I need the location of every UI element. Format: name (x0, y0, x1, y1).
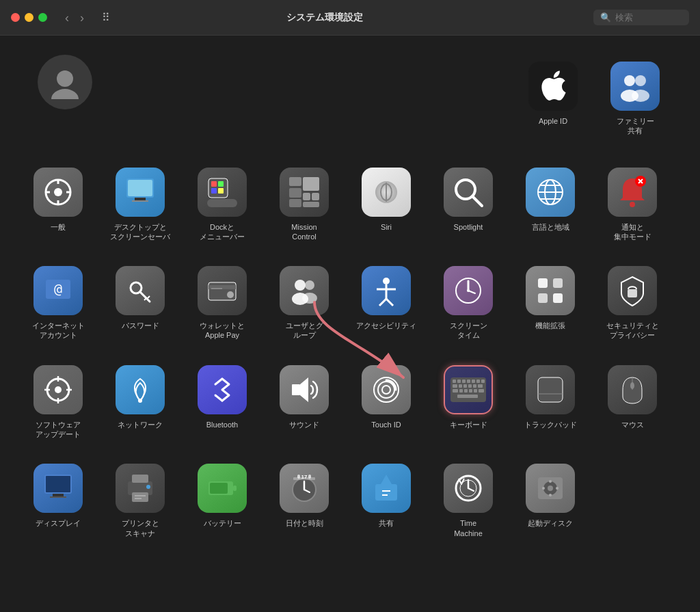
siri-label: Siri (381, 222, 392, 232)
svg-point-2 (51, 89, 79, 99)
svg-rect-85 (453, 380, 456, 383)
icon-item-wallet[interactable]: ウォレットとApple Pay (185, 261, 260, 346)
svg-text:@: @ (54, 280, 62, 297)
printer-icon-box (116, 464, 165, 513)
main-content: Apple ID ファミリー共有 一般デスクトップとスクリーンセーバDockとメ… (0, 36, 700, 557)
svg-point-57 (305, 280, 314, 290)
extensions-label: 機能拡張 (535, 321, 565, 330)
wallet-icon-box (198, 266, 247, 315)
svg-rect-121 (210, 483, 228, 494)
password-icon-box (116, 266, 165, 315)
svg-line-35 (472, 196, 482, 206)
mission-icon-box (280, 168, 329, 217)
fullscreen-button[interactable] (38, 13, 47, 22)
icon-item-software[interactable]: ソフトウェアアップデート (21, 360, 96, 445)
security-label: セキュリティとプライバシー (606, 321, 659, 341)
datetime-label: 日付と時刻 (286, 518, 323, 528)
icon-item-datetime[interactable]: 17日付と時刻 (267, 458, 342, 533)
svg-rect-97 (478, 384, 483, 388)
svg-point-79 (138, 399, 142, 403)
svg-point-140 (549, 494, 552, 496)
icon-item-password[interactable]: パスワード (103, 261, 178, 336)
icon-item-desktop[interactable]: デスクトップとスクリーンセーバ (103, 162, 178, 248)
icon-item-printer[interactable]: プリンタとスキャナ (103, 458, 178, 544)
desktop-icon-box (116, 168, 165, 217)
screentime-icon-box (444, 266, 493, 315)
icon-item-siri[interactable]: Siri (349, 162, 424, 237)
printer-label: プリンタとスキャナ (122, 518, 159, 538)
keyboard-label: キーボード (450, 420, 487, 429)
icon-item-accessibility[interactable]: アクセシビリティ (349, 261, 424, 336)
icon-item-language[interactable]: 言語と地域 (513, 162, 588, 237)
close-button[interactable] (11, 13, 20, 22)
svg-rect-91 (481, 380, 485, 383)
icon-item-users[interactable]: ユーザとグループ (267, 261, 342, 346)
accessibility-icon-box (362, 266, 411, 315)
icon-item-dock[interactable]: Dockとメニューバー (185, 162, 260, 248)
internet-label: インターネットアカウント (32, 321, 85, 341)
icon-item-battery[interactable]: バッテリー (185, 458, 260, 533)
svg-point-139 (556, 487, 558, 490)
display-icon-box (33, 464, 83, 513)
icon-item-keyboard[interactable]: キーボード (431, 360, 506, 435)
icon-item-mission[interactable]: MissionControl (267, 162, 342, 248)
svg-rect-88 (467, 380, 470, 383)
general-label: 一般 (51, 222, 66, 232)
icon-item-startup[interactable]: 起動ディスク (513, 458, 588, 533)
svg-rect-68 (538, 278, 548, 288)
svg-rect-103 (479, 389, 484, 393)
icon-item-network[interactable]: ネットワーク (103, 360, 178, 435)
icon-item-sound[interactable]: サウンド (267, 360, 342, 435)
icon-item-timemachine[interactable]: TimeMachine (431, 458, 506, 544)
search-bar[interactable]: 🔍 (593, 10, 689, 25)
svg-rect-26 (303, 193, 310, 200)
icon-item-notifications[interactable]: 通知と集中モード (595, 162, 670, 248)
icon-item-extensions[interactable]: 機能拡張 (513, 261, 588, 336)
icon-item-display[interactable]: ディスプレイ (21, 458, 96, 533)
svg-rect-112 (50, 496, 66, 498)
trackpad-icon-box (526, 365, 575, 414)
svg-rect-72 (628, 289, 637, 297)
apple-id-item[interactable]: Apple ID (515, 56, 591, 142)
software-label: ソフトウェアアップデート (36, 420, 81, 440)
general-icon-box (33, 168, 83, 217)
siri-icon-box (362, 168, 411, 217)
icon-item-screentime[interactable]: スクリーンタイム (431, 261, 506, 346)
notifications-icon-box (608, 168, 657, 217)
icon-item-bluetooth[interactable]: Bluetooth (185, 360, 260, 435)
icon-item-security[interactable]: セキュリティとプライバシー (595, 261, 670, 346)
search-input[interactable] (615, 12, 684, 23)
user-profile-item[interactable] (27, 49, 103, 115)
svg-rect-94 (463, 384, 467, 388)
network-icon-box (116, 365, 165, 414)
icon-item-mouse[interactable]: マウス (595, 360, 670, 435)
minimize-button[interactable] (25, 13, 33, 22)
internet-icon-box: @ (33, 266, 83, 315)
startup-label: 起動ディスク (528, 518, 573, 528)
sound-icon-box (280, 365, 329, 414)
svg-rect-96 (473, 384, 476, 388)
startup-icon-box (526, 464, 575, 513)
notifications-label: 通知と集中モード (614, 222, 651, 242)
family-item[interactable]: ファミリー共有 (597, 56, 673, 142)
keyboard-icon-box (444, 365, 493, 414)
icon-item-sharing[interactable]: 共有 (349, 458, 424, 533)
mouse-icon-box (608, 365, 657, 414)
icon-item-general[interactable]: 一般 (21, 162, 96, 237)
svg-rect-101 (469, 389, 472, 393)
icon-item-spotlight[interactable]: Spotlight (431, 162, 506, 237)
svg-rect-90 (476, 380, 480, 383)
icon-item-trackpad[interactable]: トラックパッド (513, 360, 588, 435)
battery-label: バッテリー (204, 518, 241, 528)
mission-label: MissionControl (291, 222, 317, 242)
svg-rect-15 (135, 198, 146, 200)
icon-item-touchid[interactable]: Touch ID (349, 360, 424, 435)
svg-point-83 (382, 386, 390, 394)
language-icon-box (526, 168, 575, 217)
svg-point-108 (630, 382, 634, 389)
svg-rect-69 (553, 278, 563, 288)
mouse-label: マウス (621, 420, 644, 429)
security-icon-box (608, 266, 657, 315)
icon-item-internet[interactable]: @インターネットアカウント (21, 261, 96, 346)
svg-line-62 (379, 299, 386, 306)
